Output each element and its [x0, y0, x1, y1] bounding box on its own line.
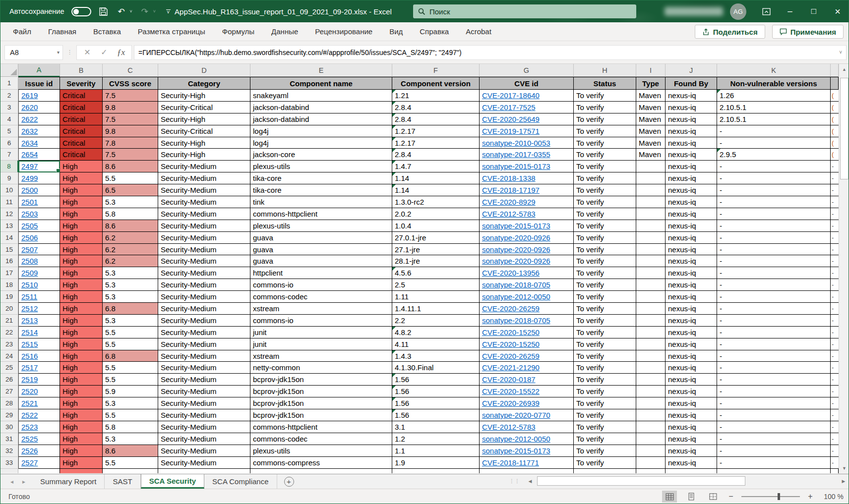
- row-number-5[interactable]: 5: [0, 125, 18, 137]
- row-number-10[interactable]: 10: [0, 184, 18, 196]
- cell-cve-id-link[interactable]: CVE-2020-0187: [482, 375, 536, 384]
- cell-cve-id-link[interactable]: CVE-2018-11771: [482, 458, 539, 467]
- cell-issue-id-link[interactable]: 2503: [21, 210, 38, 218]
- cell-cve-id-link[interactable]: sonatype-2010-0053: [482, 139, 550, 147]
- row-number-28[interactable]: 28: [0, 397, 18, 409]
- cell-cve-id-link[interactable]: sonatype-2017-0355: [482, 150, 550, 159]
- cell-cve-id-link[interactable]: sonatype-2015-0173: [482, 162, 550, 170]
- zoom-out-button[interactable]: −: [728, 492, 734, 501]
- redo-dropdown-icon[interactable]: ˅: [153, 9, 156, 14]
- row-number-19[interactable]: 19: [0, 291, 18, 303]
- name-box[interactable]: A8 ▾: [4, 45, 63, 60]
- cell-issue-id-link[interactable]: 2523: [21, 423, 38, 431]
- cell-cve-id-link[interactable]: CVE-2020-26259: [482, 304, 540, 313]
- cell-issue-id-link[interactable]: 2654: [21, 150, 38, 159]
- horizontal-scroll-thumb[interactable]: [537, 476, 745, 486]
- cancel-formula-icon[interactable]: ✕: [80, 46, 95, 59]
- row-number-2[interactable]: 2: [0, 90, 18, 102]
- column-header-K[interactable]: K: [717, 64, 831, 77]
- cell-cve-id-link[interactable]: sonatype-2020-0770: [482, 411, 550, 419]
- cell-cve-id-link[interactable]: CVE-2020-26939: [482, 399, 540, 407]
- share-button[interactable]: Поделиться: [695, 25, 765, 39]
- save-icon[interactable]: [98, 6, 109, 17]
- cell-cve-id-link[interactable]: CVE-2020-15250: [482, 328, 540, 336]
- cell-cve-id-link[interactable]: CVE-2012-5783: [482, 210, 536, 218]
- cell-issue-id-link[interactable]: 2510: [21, 280, 38, 289]
- column-header-B[interactable]: B: [60, 64, 103, 77]
- sheet-tab-sast[interactable]: SAST: [105, 474, 140, 489]
- row-number-21[interactable]: 21: [0, 315, 18, 327]
- ribbon-tab-вид[interactable]: Вид: [381, 22, 411, 41]
- cell-issue-id-link[interactable]: 2508: [21, 257, 38, 265]
- column-header-J[interactable]: J: [666, 64, 717, 77]
- cell-issue-id-link[interactable]: 2632: [21, 127, 38, 135]
- cell-cve-id-link[interactable]: sonatype-2015-0173: [482, 447, 550, 455]
- row-number-27[interactable]: 27: [0, 386, 18, 397]
- row-number-11[interactable]: 11: [0, 196, 18, 208]
- row-number-6[interactable]: 6: [0, 137, 18, 149]
- autosave-toggle[interactable]: [71, 7, 91, 16]
- cell-cve-id-link[interactable]: sonatype-2012-0050: [482, 292, 550, 301]
- cell-issue-id-link[interactable]: 2511: [21, 292, 37, 301]
- cell-cve-id-link[interactable]: CVE-2020-15522: [482, 387, 540, 395]
- row-number-3[interactable]: 3: [0, 102, 18, 113]
- cell-issue-id-link[interactable]: 2509: [21, 269, 38, 277]
- scroll-down-icon[interactable]: ▼: [839, 463, 849, 474]
- row-number-8[interactable]: 8: [0, 161, 18, 172]
- select-all-corner[interactable]: [0, 64, 18, 77]
- cell-cve-id-link[interactable]: CVE-2021-21290: [482, 363, 540, 372]
- page-break-view-icon[interactable]: [706, 491, 721, 503]
- cell-issue-id-link[interactable]: 2634: [21, 139, 38, 147]
- row-number-32[interactable]: 32: [0, 445, 18, 457]
- undo-dropdown-icon[interactable]: ˅: [130, 9, 132, 14]
- sheet-tab-sca-security[interactable]: SCA Security: [141, 474, 204, 489]
- cell-issue-id-link[interactable]: 2622: [21, 115, 38, 123]
- row-number-31[interactable]: 31: [0, 433, 18, 445]
- cell-cve-id-link[interactable]: CVE-2018-17197: [482, 186, 540, 194]
- horizontal-scrollbar[interactable]: ⋮⋮ ◀ ▶: [509, 474, 849, 489]
- enter-formula-icon[interactable]: ✓: [97, 46, 112, 59]
- scroll-up-icon[interactable]: ▲: [839, 64, 849, 75]
- ribbon-display-options-icon[interactable]: [754, 0, 778, 22]
- ribbon-tab-файл[interactable]: Файл: [4, 22, 40, 41]
- cell-issue-id-link[interactable]: 2499: [21, 174, 38, 182]
- ribbon-tab-рецензирование[interactable]: Рецензирование: [306, 22, 381, 41]
- comments-button[interactable]: Примечания: [772, 25, 844, 39]
- formula-bar-splitter[interactable]: ⋮: [67, 51, 72, 54]
- cell-issue-id-link[interactable]: 2520: [21, 387, 38, 395]
- tab-split-handle[interactable]: ⋮⋮: [509, 480, 520, 482]
- cell-cve-id-link[interactable]: CVE-2019-17571: [482, 127, 540, 135]
- row-number-7[interactable]: 7: [0, 149, 18, 161]
- zoom-slider-thumb[interactable]: [778, 493, 780, 500]
- column-header-F[interactable]: F: [392, 64, 480, 77]
- cell-cve-id-link[interactable]: CVE-2012-5783: [482, 423, 536, 431]
- cell-issue-id-link[interactable]: 2619: [21, 91, 38, 100]
- cell-issue-id-link[interactable]: 2500: [21, 186, 38, 194]
- cell-cve-id-link[interactable]: CVE-2020-13956: [482, 269, 540, 277]
- row-number-33[interactable]: 33: [0, 457, 18, 469]
- avatar[interactable]: AG: [730, 3, 746, 20]
- cell-cve-id-link[interactable]: sonatype-2020-0926: [482, 233, 550, 242]
- vertical-scroll-thumb[interactable]: [840, 78, 849, 179]
- cell-cve-id-link[interactable]: CVE-2017-18640: [482, 91, 540, 100]
- ribbon-tab-справка[interactable]: Справка: [411, 22, 457, 41]
- ribbon-tab-формулы[interactable]: Формулы: [214, 22, 263, 41]
- cell-cve-id-link[interactable]: sonatype-2018-0705: [482, 316, 550, 325]
- insert-function-icon[interactable]: ƒx: [114, 46, 128, 59]
- row-number-4[interactable]: 4: [0, 113, 18, 125]
- row-number-13[interactable]: 13: [0, 220, 18, 232]
- cell-cve-id-link[interactable]: CVE-2020-26259: [482, 352, 540, 360]
- cell-issue-id-link[interactable]: 2521: [21, 399, 38, 407]
- close-button[interactable]: ×: [826, 0, 849, 22]
- column-header-A[interactable]: A: [18, 64, 60, 77]
- row-number-1[interactable]: 1: [0, 77, 18, 90]
- scroll-right-icon[interactable]: ▶: [839, 476, 849, 487]
- expand-formula-bar-icon[interactable]: ˅: [839, 50, 842, 55]
- cell-issue-id-link[interactable]: 2513: [21, 316, 38, 325]
- row-number-26[interactable]: 26: [0, 374, 18, 386]
- vertical-scrollbar[interactable]: ▲ ▼: [839, 64, 849, 474]
- cell-issue-id-link[interactable]: 2526: [21, 447, 38, 455]
- row-number-16[interactable]: 16: [0, 255, 18, 267]
- cell-issue-id-link[interactable]: 2512: [21, 304, 38, 313]
- maximize-button[interactable]: □: [802, 0, 826, 22]
